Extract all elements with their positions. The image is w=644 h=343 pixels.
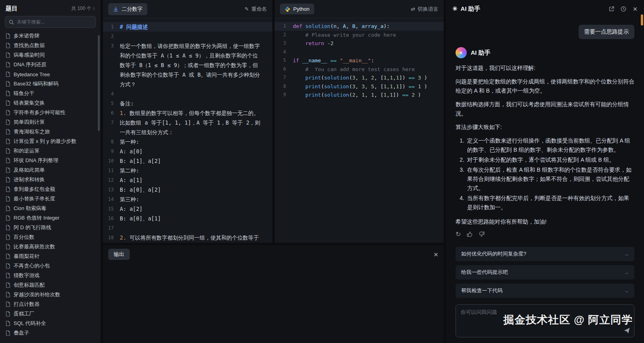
problem-list-item[interactable]: 及格如此简单 [0, 165, 101, 175]
output-close-icon[interactable]: ✕ [433, 252, 438, 258]
ai-closing: 希望这些思路能对你有所帮助，加油! [456, 217, 634, 226]
problem-list-item[interactable]: 暴雨梨花针 [0, 252, 101, 261]
problem-list-item[interactable]: 查找热点数据 [0, 41, 101, 50]
sort-up-icon[interactable]: ↑ [93, 6, 95, 12]
problem-list-item[interactable]: 阿 D 的飞行路线 [0, 223, 101, 232]
problem-list-item[interactable]: 穿越沙漠的补给次数 [0, 290, 101, 299]
share-icon[interactable] [608, 6, 614, 12]
problem-list-item[interactable]: 猫鱼分干 [0, 89, 101, 98]
description-line: 16B: a[0]、a[1] [103, 214, 272, 223]
problem-item-label: 叠盘子 [14, 329, 29, 337]
problem-list-item[interactable]: 简单四则计算 [0, 117, 101, 127]
description-line: 10B: a[1]、a[2] [103, 156, 272, 166]
regenerate-icon[interactable]: ↻ [456, 230, 461, 238]
line-text: 备注: [120, 99, 272, 108]
file-icon [6, 62, 10, 67]
problem-description-panel: 二分数字 ✎ 重命名 1# 问题描述2 3给定一个数组，请你把数组里的数字分为两… [103, 0, 272, 243]
line-text [120, 89, 272, 99]
problem-list-item[interactable]: 不再贪心的小包 [0, 261, 101, 271]
problems-sidebar: 题目 共 100 个 ↑ 多米诺骨牌查找热点数据病毒感染时间DNA 序列还原By… [0, 0, 101, 343]
thumbs-up-icon[interactable] [467, 231, 473, 237]
avatar-star-icon: ✳ [459, 50, 464, 56]
problem-list-item[interactable]: RGB 色值转 Integer [0, 213, 101, 223]
problem-list-item[interactable]: Bytedance Tree [0, 69, 101, 79]
ai-scrollbar[interactable] [641, 14, 643, 26]
problem-list-item[interactable]: 字符串有多少种可能性 [0, 108, 101, 117]
problem-description-lines[interactable]: 1# 问题描述2 3给定一个数组，请你把数组里的数字分为两组，使一组数字和的个位… [103, 18, 272, 243]
code-text: if __name__ == "__main__": [293, 56, 375, 65]
file-icon [6, 321, 10, 326]
chat-input-box[interactable] [456, 304, 634, 337]
line-text: B: a[1]、a[2] [120, 156, 272, 166]
problem-item-label: 猫鱼分干 [14, 90, 34, 97]
problem-list-item[interactable]: 环状 DNA 序列整理 [0, 156, 101, 165]
problem-list-item[interactable]: SQL 代码补全 [0, 319, 101, 328]
problem-list-item[interactable]: Cion 勒索病毒 [0, 204, 101, 213]
file-icon [6, 206, 10, 211]
description-line: 9A: a[0] [103, 147, 272, 156]
problem-list-item[interactable]: DNA 序列还原 [0, 60, 101, 69]
problem-list-item[interactable]: 打点计数器 [0, 299, 101, 309]
output-tab[interactable]: 输出 [108, 249, 130, 260]
rename-button[interactable]: ✎ 重命名 [245, 6, 267, 13]
sidebar-scrollbar[interactable] [98, 35, 100, 131]
switch-language-button[interactable]: ⇄ 切换语言 [411, 6, 438, 13]
problem-list-item[interactable]: 青海湖租车之旅 [0, 127, 101, 137]
sidebar-title: 题目 [6, 5, 18, 12]
problem-list-item[interactable]: 进制求和转换 [0, 175, 101, 184]
thumbs-down-icon[interactable] [479, 231, 485, 237]
suggestion-chip[interactable]: 帮我检查一下代码→ [456, 284, 634, 298]
problem-list-item[interactable]: 比赛最高获胜次数 [0, 242, 101, 252]
search-box[interactable] [5, 16, 96, 28]
ai-header: ✳ AI 助手 ✕ [446, 0, 644, 18]
problem-list-item[interactable]: 拿到最多红包金额 [0, 184, 101, 194]
chat-input[interactable] [456, 305, 634, 337]
line-text: 2. 可以将所有数字都划分到同一组，使其和的个位数等于 A 或 B；另一组为空 [120, 233, 272, 243]
file-icon [6, 158, 10, 163]
problem-list-item[interactable]: 猜数字游戏 [0, 271, 101, 280]
code-text: def solution(n, A, B, array_a): [293, 22, 390, 31]
code-lines[interactable]: 1def solution(n, A, B, array_a):2 # Plea… [275, 18, 444, 243]
problem-item-label: 打点计数器 [14, 301, 40, 308]
problem-list-item[interactable]: Base32 编码和解码 [0, 79, 101, 89]
history-icon[interactable] [620, 6, 626, 12]
line-text: B: a[0]、a[2] [120, 185, 272, 194]
file-icon [6, 292, 10, 297]
problem-list-item[interactable]: 叠盘子 [0, 328, 101, 338]
send-icon[interactable] [623, 327, 630, 334]
problem-list-item[interactable]: 病毒感染时间 [0, 50, 101, 60]
problem-tab[interactable]: 二分数字 [108, 3, 147, 15]
file-icon [6, 244, 10, 250]
file-icon [6, 81, 10, 87]
code-text: # Please write your code here [293, 31, 396, 40]
problem-list-item[interactable]: 计算位置 x 到 y 的最少步数 [0, 137, 101, 146]
suggestion-label: 给我一些代码提示吧 [461, 269, 508, 276]
search-input[interactable] [17, 19, 92, 25]
file-icon [6, 273, 10, 278]
problem-list-item[interactable]: 链表聚集交换 [0, 98, 101, 108]
problem-item-label: 进制求和转换 [14, 176, 45, 183]
user-message-bubble[interactable]: 需要一点思路提示 [579, 25, 634, 39]
suggestion-chip[interactable]: 给我一些代码提示吧→ [456, 265, 634, 280]
suggestion-chip[interactable]: 如何优化代码的时间复杂度?→ [456, 247, 634, 261]
line-number: 4 [275, 48, 293, 57]
code-text: print(solution(2, 1, 1, [1,1]) == 2 ) [293, 91, 421, 99]
problem-item-label: 比赛最高获胜次数 [14, 243, 55, 250]
problem-list-item[interactable]: 和的逆运算 [0, 146, 101, 156]
file-icon [6, 177, 10, 182]
code-line: 5if __name__ == "__main__": [275, 56, 444, 65]
problem-list-item[interactable]: 多米诺骨牌 [0, 31, 101, 41]
problem-list-item[interactable]: 蛋糕工厂 [0, 309, 101, 319]
problem-list-item[interactable]: 最小替换子串长度 [0, 194, 101, 204]
ai-close-icon[interactable]: ✕ [632, 6, 638, 12]
arrow-right-icon: → [624, 270, 629, 276]
description-line: 13B: a[0]、a[2] [103, 185, 272, 194]
step-index: 3. [456, 165, 464, 193]
problem-list-item[interactable]: 百分位数 [0, 232, 101, 242]
sidebar-header: 题目 共 100 个 ↑ [0, 0, 101, 16]
language-tab[interactable]: Python [280, 4, 314, 14]
problem-list-item[interactable]: 创意标题匹配 [0, 280, 101, 290]
file-icon [6, 254, 10, 259]
description-line: 11第二种: [103, 166, 272, 175]
description-line: 182. 可以将所有数字都划分到同一组，使其和的个位数等于 A 或 B；另一组为… [103, 233, 272, 243]
